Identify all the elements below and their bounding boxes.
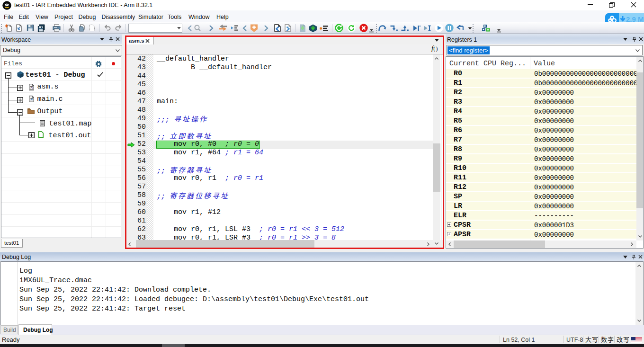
svg-text:A: A — [31, 86, 33, 89]
svg-text:c: c — [31, 98, 33, 101]
